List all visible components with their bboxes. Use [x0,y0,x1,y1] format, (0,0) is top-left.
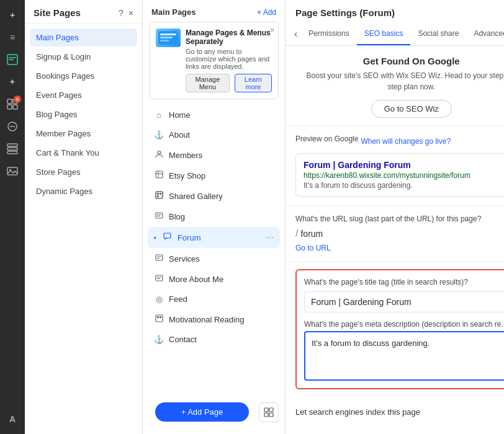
when-changes-live-link[interactable]: When will changes go live? [361,137,451,146]
members-page-icon [154,150,164,160]
tab-seo-basics[interactable]: SEO basics [357,23,411,45]
svg-rect-38 [157,316,159,318]
page-item-more-icon[interactable]: ··· [266,232,274,243]
learn-more-button[interactable]: Learn more [235,74,272,92]
url-field: / forum [295,228,504,239]
home-page-icon: ⌂ [154,110,164,120]
tab-advanced-seo[interactable]: Advanced SEO [466,23,504,45]
category-members[interactable]: Member Pages [30,125,137,143]
page-item-forum-label: Forum [178,233,201,242]
banner-title: Manage Pages & Menus Separately [186,29,272,46]
page-item-blog[interactable]: Blog [148,206,280,226]
page-item-gallery[interactable]: Shared Gallery [148,186,280,206]
page-item-etsy-label: Etsy Shop [169,171,205,180]
banner-close-icon[interactable]: × [270,26,274,35]
svg-rect-2 [9,60,14,61]
page-item-contact[interactable]: ⚓ Contact [148,330,280,349]
category-events[interactable]: Event Pages [30,86,137,104]
page-item-forum[interactable]: ▪ Forum ··· [148,227,280,248]
page-item-moreabout-label: More About Me [169,275,223,284]
manage-menu-button[interactable]: Manage Menu [186,74,230,92]
url-value: forum [300,229,323,239]
google-preview-box: Forum | Gardening Forum https://karenb80… [295,153,504,197]
add-pages-button[interactable]: + Add [257,8,276,17]
category-dynamic[interactable]: Dynamic Pages [30,182,137,200]
manage-menu-banner: Manage Pages & Menus Separately Go to an… [149,22,279,99]
category-cart[interactable]: Cart & Thank You [30,144,137,162]
svg-rect-43 [269,413,273,417]
url-section: What's the URL slug (last part of the UR… [286,206,504,262]
page-settings-panel: Page Settings (Forum) ? × ‹ Permissions … [286,0,504,434]
google-preview-desc: It's a forum to discuss gardening. [304,181,504,190]
settings-title: Page Settings (Forum) [295,7,395,18]
page-categories: Main Pages Signup & Login Bookings Pages… [25,24,142,434]
toolbar-image-icon[interactable] [2,161,22,181]
panel-header-icons: ? × [119,8,133,18]
toolbar-star-icon[interactable]: ✦ [2,72,22,92]
svg-rect-1 [9,57,16,58]
page-item-services[interactable]: Services [148,249,280,268]
category-signup-login[interactable]: Signup & Login [30,48,137,66]
svg-rect-15 [160,33,176,35]
toolbar-menu-icon[interactable]: ≡ [2,27,22,47]
category-blog[interactable]: Blog Pages [30,105,137,123]
svg-rect-12 [7,167,17,175]
go-to-url-link[interactable]: Go to URL [295,244,331,252]
meta-desc-wrapper: What's the page's meta description (desc… [304,320,504,381]
highlighted-seo-section: What's the page's title tag (title in se… [295,269,504,389]
moreabout-page-icon [154,274,164,284]
page-item-motivational[interactable]: Motivational Reading [148,309,280,329]
svg-rect-9 [7,144,17,146]
page-item-home[interactable]: ⌂ Home [148,105,280,125]
page-item-services-label: Services [169,254,200,264]
settings-content: Get Found On Google Boost your site's SE… [286,46,504,434]
left-toolbar: + ≡ ✦ 6 A [0,0,25,434]
page-item-about[interactable]: ⚓ About [148,125,280,144]
contact-page-icon: ⚓ [154,335,164,344]
toolbar-pages-icon[interactable] [2,50,22,69]
svg-rect-40 [264,408,268,412]
page-item-home-label: Home [169,110,191,120]
tab-social-share[interactable]: Social share [410,23,466,45]
pages-list: ⌂ Home ⚓ About Members Etsy Shop [143,105,285,396]
meta-desc-textarea[interactable]: It's a forum to discuss gardening. [304,331,504,381]
seo-wiz-button[interactable]: Go to SEO Wiz [371,100,452,118]
svg-rect-19 [156,171,163,178]
svg-rect-37 [156,315,163,322]
svg-rect-39 [160,316,161,318]
forum-page-indicator: ▪ [154,234,156,241]
banner-icon [156,29,181,47]
page-item-moreabout[interactable]: More About Me [148,269,280,289]
index-label: Let search engines index this page [295,407,420,417]
page-item-gallery-label: Shared Gallery [169,192,223,201]
title-tag-input-row[interactable]: Forum | Gardening Forum ↺ [304,291,504,312]
page-item-feed[interactable]: ◎ Feed [148,290,280,309]
svg-rect-11 [7,151,17,154]
toolbar-add-icon[interactable]: + [2,5,22,25]
page-item-etsy[interactable]: Etsy Shop [148,166,280,185]
add-page-button[interactable]: + Add Page [155,402,249,422]
tabs-back-arrow[interactable]: ‹ [290,24,301,45]
main-content: Site Pages ? × Main Pages Signup & Login… [25,0,504,434]
toolbar-badge: 6 [14,95,21,103]
svg-point-18 [158,151,161,154]
site-pages-close-icon[interactable]: × [128,8,133,18]
page-item-motivational-label: Motivational Reading [169,315,244,324]
meta-desc-header: What's the page's meta description (desc… [304,320,504,329]
category-bookings[interactable]: Bookings Pages [30,67,137,85]
category-main-pages[interactable]: Main Pages [30,29,137,46]
site-pages-help-icon[interactable]: ? [119,8,124,18]
meta-desc-label: What's the page's meta description (desc… [304,320,504,329]
toolbar-minus-icon[interactable] [2,117,22,136]
pages-settings-icon[interactable] [259,402,279,422]
tab-permissions[interactable]: Permissions [301,23,356,45]
about-page-icon: ⚓ [154,130,164,140]
site-pages-header: Site Pages ? × [25,0,142,24]
svg-rect-17 [160,40,169,42]
toolbar-table-icon[interactable] [2,139,22,159]
category-store[interactable]: Store Pages [30,163,137,181]
seo-promo-title: Get Found On Google [300,56,504,66]
toolbar-type-icon[interactable]: A [2,409,22,429]
page-item-members[interactable]: Members [148,145,280,165]
toolbar-grid-icon[interactable]: 6 [2,94,22,114]
